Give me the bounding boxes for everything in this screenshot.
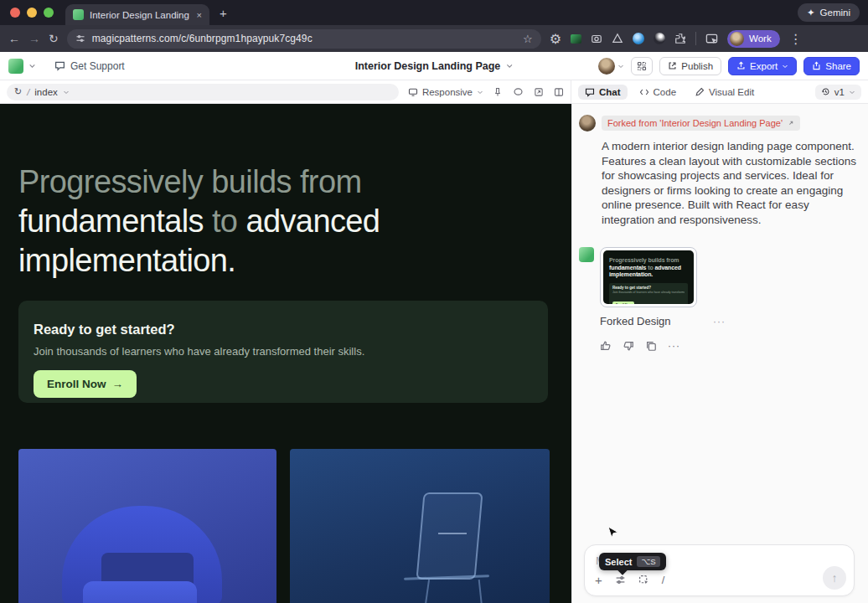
tab-chat[interactable]: Chat — [578, 85, 628, 100]
thumbs-down-icon[interactable] — [623, 340, 634, 352]
extensions-puzzle-icon[interactable] — [674, 33, 686, 44]
zoom-window-button[interactable] — [44, 8, 54, 18]
user-avatar-menu[interactable] — [598, 58, 624, 75]
site-settings-icon[interactable] — [75, 34, 85, 44]
thumb-enroll-button: Enroll Now — [612, 302, 634, 304]
blue-armchair-image — [18, 449, 276, 603]
dark-orb-extension-icon[interactable] — [654, 33, 665, 44]
reload-icon[interactable]: ↻ — [49, 33, 59, 44]
copy-icon[interactable] — [645, 340, 657, 352]
history-icon — [821, 87, 830, 96]
tab-close-icon[interactable]: × — [197, 10, 202, 20]
lasso-icon[interactable] — [513, 86, 524, 97]
message-reactions: ··· — [600, 340, 726, 352]
design-description: A modern interior design landing page co… — [602, 139, 860, 227]
settings-sliders-icon[interactable] — [615, 575, 626, 585]
avatar — [598, 58, 615, 75]
pencil-icon — [695, 87, 705, 97]
path-chevron-down-icon[interactable] — [63, 89, 70, 95]
close-window-button[interactable] — [10, 8, 20, 18]
url-text[interactable]: magicpatterns.com/c/6unbrpgm1hpaypuk7cg4… — [92, 33, 313, 44]
profile-avatar — [730, 32, 744, 46]
design-card-menu-icon[interactable]: ··· — [713, 316, 726, 327]
browser-profile-chip[interactable]: Work — [727, 30, 780, 48]
forward-icon[interactable]: → — [28, 33, 40, 44]
bookmark-star-icon[interactable]: ☆ — [523, 33, 533, 45]
minimize-window-button[interactable] — [27, 8, 37, 18]
browser-tab-strip: Interior Design Landing Page × + ✦ Gemin… — [0, 0, 868, 25]
thumb-headline-3: to — [646, 265, 654, 271]
version-label: v1 — [834, 87, 845, 97]
mouse-cursor — [607, 526, 620, 540]
more-actions-icon[interactable]: ··· — [668, 340, 680, 352]
thumbs-up-icon[interactable] — [600, 340, 612, 352]
thumb-headline-2: fundamentals — [609, 265, 646, 271]
chat-icon — [585, 87, 595, 97]
browser-tab[interactable]: Interior Design Landing Page × — [65, 4, 209, 25]
chat-panel: Forked from 'Interior Design Landing Pag… — [571, 104, 868, 603]
green-extension-icon[interactable] — [571, 34, 581, 44]
fork-badge[interactable]: Forked from 'Interior Design Landing Pag… — [602, 116, 800, 131]
logo-chevron-down-icon[interactable] — [28, 62, 36, 70]
prompt-input-card[interactable]: Mak Select ⌥S + / ↑ — [584, 544, 855, 596]
version-selector[interactable]: v1 — [815, 85, 861, 100]
share-button[interactable]: Share — [803, 57, 860, 75]
send-arrow-icon: ↑ — [832, 571, 838, 585]
open-external-icon[interactable] — [534, 87, 544, 97]
settings-gear-icon[interactable]: ⚙ — [550, 31, 561, 47]
responsive-selector[interactable]: Responsive — [408, 87, 483, 97]
export-button[interactable]: Export — [728, 57, 797, 75]
inspect-tool-icon[interactable] — [705, 33, 718, 45]
tab-title: Interior Design Landing Page — [90, 10, 191, 20]
cta-subtitle: Join thousands of learners who have alre… — [34, 345, 533, 358]
panel-tabs: Chat Code Visual Edit v1 — [571, 80, 868, 103]
thumb-cta-subtitle: Join thousands of learners who have alre… — [612, 291, 685, 294]
select-tooltip-shortcut: ⌥S — [637, 556, 659, 567]
design-thumbnail: Progressively builds from fundamentals t… — [603, 250, 694, 304]
select-element-icon[interactable] — [638, 575, 649, 585]
chair-seat-shape — [83, 581, 197, 603]
magicpatterns-avatar — [579, 247, 594, 262]
thumb-cta: Ready to get started? Join thousands of … — [609, 283, 688, 305]
magicpatterns-logo[interactable] — [8, 59, 23, 74]
design-preview: Progressively builds from fundamentals t… — [0, 104, 571, 603]
back-icon[interactable]: ← — [8, 33, 20, 44]
file-name: index — [34, 87, 58, 97]
user-avatar — [579, 115, 596, 131]
browser-menu-icon[interactable]: ⋮ — [789, 31, 803, 47]
design-thumbnail-card[interactable]: Progressively builds from fundamentals t… — [600, 247, 697, 307]
split-view-icon[interactable] — [554, 87, 564, 97]
file-path-bar[interactable]: ↻ / index — [7, 84, 399, 100]
sub-toolbar: ↻ / index Responsive Chat Code Visual — [0, 80, 868, 104]
get-support-button[interactable]: Get Support — [54, 60, 125, 72]
tab-code[interactable]: Code — [633, 85, 684, 100]
code-icon — [639, 87, 649, 97]
enroll-now-button[interactable]: Enroll Now → — [34, 370, 137, 398]
image-gallery — [18, 449, 571, 603]
project-title: Interior Design Landing Page — [355, 60, 501, 72]
main-area: Progressively builds from fundamentals t… — [0, 104, 868, 603]
attach-plus-icon[interactable]: + — [595, 573, 602, 587]
send-button[interactable]: ↑ — [823, 566, 846, 590]
design-card-name[interactable]: Forked Design — [600, 315, 671, 327]
project-title-menu[interactable]: Interior Design Landing Page — [355, 60, 514, 72]
camera-extension-icon[interactable] — [591, 33, 602, 44]
pin-icon[interactable] — [493, 87, 503, 97]
extensions-row: ⚙ Work ⋮ — [550, 30, 803, 48]
tab-favicon — [73, 9, 84, 20]
new-tab-button[interactable]: + — [220, 6, 227, 20]
slash-command-icon[interactable]: / — [662, 574, 665, 586]
headline-white-3: implementation. — [18, 243, 235, 278]
components-grid-button[interactable] — [631, 57, 653, 75]
drive-extension-icon[interactable] — [612, 33, 623, 44]
share-label: Share — [825, 61, 851, 71]
prompt-tools: + / — [595, 573, 664, 587]
tab-visual-edit[interactable]: Visual Edit — [688, 85, 761, 100]
address-bar[interactable]: magicpatterns.com/c/6unbrpgm1hpaypuk7cg4… — [67, 29, 541, 49]
publish-button[interactable]: Publish — [659, 57, 721, 75]
cta-title: Ready to get started? — [34, 322, 533, 338]
blue-orb-extension-icon[interactable] — [633, 33, 644, 44]
refresh-preview-icon[interactable]: ↻ — [14, 86, 22, 97]
headline-white-1: fundamentals — [18, 204, 204, 239]
gemini-button[interactable]: ✦ Gemini — [798, 3, 860, 22]
